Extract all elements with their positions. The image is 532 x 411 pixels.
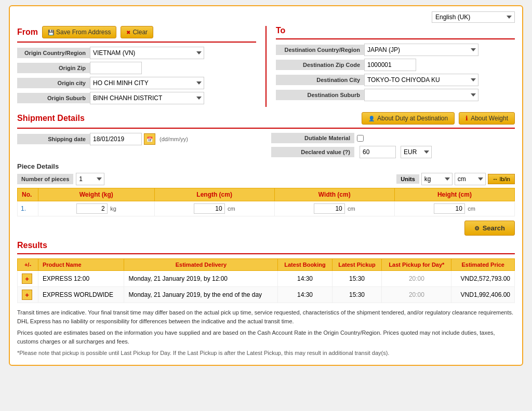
- result-product-1: EXPRESS 12:00: [38, 271, 124, 287]
- lang-row: English (UK) Vietnamese Japanese: [17, 11, 515, 23]
- dutiable-checkbox[interactable]: [357, 135, 364, 142]
- result-price-2: VND1,992,406.00: [451, 287, 515, 303]
- dest-country-label: Destination Country/Region: [276, 45, 364, 55]
- add-button-2[interactable]: +: [22, 290, 32, 300]
- to-header: To: [276, 26, 515, 35]
- swap-units-button[interactable]: lb/in: [488, 174, 515, 184]
- dest-suburb-select[interactable]: [364, 89, 478, 101]
- dest-city-row: Destination City TOKYO-TO CHIYODA KU: [276, 74, 515, 86]
- duty-icon: [368, 115, 375, 122]
- from-title: From: [17, 28, 38, 37]
- height-input[interactable]: [434, 203, 465, 214]
- origin-zip-label: Origin Zip: [17, 63, 90, 73]
- info-icon: [466, 115, 468, 122]
- weight-input[interactable]: [76, 203, 108, 214]
- result-last-pickup-1: 20:00: [382, 271, 451, 287]
- currency-select[interactable]: EUR USD VND: [401, 146, 432, 158]
- from-section: From Save From Address Clear Origin Coun…: [17, 26, 256, 107]
- add-button-1[interactable]: +: [22, 273, 32, 284]
- about-duty-button[interactable]: About Duty at Destination: [362, 112, 455, 125]
- search-row: Search: [17, 221, 515, 236]
- about-weight-button[interactable]: About Weight: [459, 112, 515, 125]
- row-weight-cell: kg: [38, 201, 155, 216]
- dest-city-select[interactable]: TOKYO-TO CHIYODA KU: [364, 74, 478, 86]
- row-height-cell: cm: [394, 201, 514, 216]
- shipping-date-row: Shipping date (dd/mm/yy): [17, 133, 261, 145]
- results-header-row: +/- Product Name Estimated Delivery Late…: [18, 259, 515, 271]
- results-table: +/- Product Name Estimated Delivery Late…: [17, 258, 515, 303]
- declared-value-input[interactable]: [360, 146, 396, 158]
- dest-zip-row: Destination Zip Code: [276, 59, 515, 71]
- date-input-wrap: (dd/mm/yy): [90, 133, 188, 145]
- piece-left-controls: Number of pieces 1 2 3: [17, 173, 104, 185]
- disclaimer-transit: Transit times are indicative. Your final…: [17, 308, 515, 325]
- date-format-hint: (dd/mm/yy): [159, 136, 188, 142]
- clear-button[interactable]: Clear: [121, 26, 153, 38]
- dest-zip-input[interactable]: [364, 59, 416, 71]
- results-col-pickup: Latest Pickup: [332, 259, 382, 271]
- origin-city-label: Origin city: [17, 78, 90, 88]
- disclaimer-prices: Prices quoted are estimates based on the…: [17, 328, 515, 346]
- col-weight: Weight (kg): [38, 188, 155, 201]
- from-header: From Save From Address Clear: [17, 26, 256, 38]
- height-unit-label: cm: [468, 206, 475, 212]
- col-no: No.: [18, 188, 38, 201]
- result-last-pickup-2: 20:00: [382, 287, 451, 303]
- dest-city-label: Destination City: [276, 75, 364, 85]
- shipping-left: Shipping date (dd/mm/yy): [17, 133, 261, 148]
- dest-suburb-label: Destination Suburb: [276, 90, 364, 100]
- dest-country-row: Destination Country/Region JAPAN (JP): [276, 44, 515, 56]
- language-select[interactable]: English (UK) Vietnamese Japanese: [432, 11, 515, 23]
- origin-city-select[interactable]: HO CHI MINH CITY: [90, 77, 204, 89]
- row-width-cell: cm: [274, 201, 394, 216]
- result-delivery-1: Monday, 21 January 2019, by 12:00: [124, 271, 278, 287]
- result-pickup-2: 15:30: [332, 287, 382, 303]
- piece-table: No. Weight (kg) Length (cm) Width (cm) H…: [17, 188, 515, 216]
- origin-country-select[interactable]: VIETNAM (VN): [90, 47, 204, 59]
- results-col-delivery: Estimated Delivery: [124, 259, 278, 271]
- calendar-button[interactable]: [144, 133, 155, 145]
- dest-country-select[interactable]: JAPAN (JP): [364, 44, 478, 56]
- shipping-date-input[interactable]: [90, 133, 142, 145]
- table-row: 1. kg cm cm cm: [18, 201, 515, 216]
- piece-table-body: 1. kg cm cm cm: [18, 201, 515, 216]
- arrows-icon: [493, 176, 498, 182]
- search-button[interactable]: Search: [464, 221, 515, 236]
- dest-zip-label: Destination Zip Code: [276, 60, 364, 70]
- origin-zip-row: Origin Zip: [17, 62, 256, 74]
- shipment-buttons: About Duty at Destination About Weight: [362, 112, 515, 125]
- result-add-1: +: [18, 271, 38, 287]
- result-add-2: +: [18, 287, 38, 303]
- shipping-date-label: Shipping date: [17, 134, 90, 144]
- row-no: 1.: [18, 201, 38, 216]
- result-booking-1: 14:30: [278, 271, 332, 287]
- search-gear-icon: [474, 224, 480, 232]
- width-input[interactable]: [314, 203, 345, 214]
- piece-table-header-row: No. Weight (kg) Length (cm) Width (cm) H…: [18, 188, 515, 201]
- shipment-title: Shipment Details: [17, 114, 85, 123]
- piece-details-title: Piece Details: [17, 162, 515, 170]
- declared-value-label: Declared value (?): [271, 147, 354, 157]
- origin-suburb-select[interactable]: BINH CHANH DISTRICT: [90, 92, 204, 104]
- result-row-2: + EXPRESS WORLDWIDE Monday, 21 January 2…: [18, 287, 515, 303]
- save-address-button[interactable]: Save From Address: [42, 26, 116, 38]
- origin-zip-input[interactable]: [90, 62, 142, 74]
- result-product-2: EXPRESS WORLDWIDE: [38, 287, 124, 303]
- result-pickup-1: 15:30: [332, 271, 382, 287]
- origin-city-row: Origin city HO CHI MINH CITY: [17, 77, 256, 89]
- to-section: To Destination Country/Region JAPAN (JP)…: [276, 26, 515, 104]
- results-divider: [17, 253, 515, 254]
- dutiable-row: Dutiable Material: [271, 133, 515, 143]
- units-label: Units: [396, 174, 419, 184]
- result-delivery-2: Monday, 21 January 2019, by the end of t…: [124, 287, 278, 303]
- results-col-booking: Latest Booking: [278, 259, 332, 271]
- dutiable-label: Dutiable Material: [271, 133, 354, 143]
- weight-unit-select[interactable]: kg lb: [421, 173, 453, 185]
- length-input[interactable]: [194, 203, 225, 214]
- num-pieces-label: Number of pieces: [17, 174, 73, 184]
- main-container: English (UK) Vietnamese Japanese From Sa…: [9, 5, 523, 366]
- origin-suburb-label: Origin Suburb: [17, 93, 90, 103]
- results-title: Results: [17, 241, 515, 250]
- dim-unit-select[interactable]: cm in: [455, 173, 486, 185]
- num-pieces-select[interactable]: 1 2 3: [76, 173, 104, 185]
